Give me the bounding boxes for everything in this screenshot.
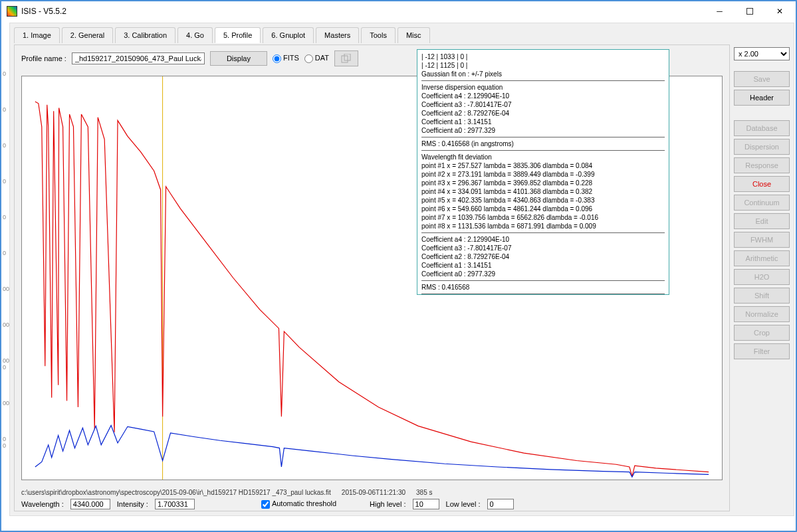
tab-5profile[interactable]: 5. Profile: [215, 27, 261, 43]
normalize-button[interactable]: Normalize: [734, 306, 790, 322]
continuum-button[interactable]: Continuum: [734, 195, 790, 211]
tab-masters[interactable]: Masters: [316, 27, 359, 43]
close-button[interactable]: Close: [734, 176, 790, 192]
tab-2general[interactable]: 2. General: [62, 27, 113, 43]
status-path: c:\users\spirit\dropbox\astronomy\spectr…: [21, 489, 331, 496]
log-overlay[interactable]: | -12 | 1033 | 0 || -12 | 1125 | 0 |Gaus…: [417, 49, 669, 295]
response-button[interactable]: Response: [734, 157, 790, 173]
status-row: c:\users\spirit\dropbox\astronomy\spectr…: [21, 489, 723, 496]
tab-6gnuplot[interactable]: 6. Gnuplot: [263, 27, 314, 43]
save-button[interactable]: Save: [734, 71, 790, 87]
intensity-label: Intensity :: [117, 500, 148, 508]
low-level-input[interactable]: [487, 499, 514, 509]
ruler-gutter: 000000000000 0000 0: [3, 41, 9, 504]
high-level-label: High level :: [370, 500, 405, 508]
titlebar: ISIS - V5.5.2 ─ ✕: [1, 1, 796, 21]
auto-threshold-checkbox[interactable]: Automatic threshold: [261, 499, 336, 509]
fits-radio[interactable]: FITS: [273, 54, 299, 63]
bottom-row: Wavelength : Intensity : Automatic thres…: [21, 499, 723, 509]
zoom-select[interactable]: x 2.00: [734, 47, 790, 60]
app-icon: [7, 6, 17, 17]
database-button[interactable]: Database: [734, 120, 790, 136]
profile-name-input[interactable]: [72, 52, 205, 64]
maximize-button[interactable]: [735, 2, 764, 21]
tab-3calibration[interactable]: 3. Calibration: [115, 27, 175, 43]
dat-radio[interactable]: DAT: [304, 54, 329, 63]
shift-button[interactable]: Shift: [734, 288, 790, 304]
window-title: ISIS - V5.5.2: [21, 7, 705, 16]
profile-name-label: Profile name :: [21, 54, 66, 62]
copy-icon-button[interactable]: [334, 50, 358, 66]
tab-bar: 1. Image2. General3. Calibration4. Go5. …: [10, 23, 794, 43]
edit-button[interactable]: Edit: [734, 213, 790, 229]
tab-tools[interactable]: Tools: [361, 27, 396, 43]
intensity-input[interactable]: [155, 499, 195, 509]
minimize-button[interactable]: ─: [705, 2, 735, 21]
tab-4go[interactable]: 4. Go: [177, 27, 213, 43]
status-exposure: 385 s: [416, 489, 432, 496]
tab-misc[interactable]: Misc: [398, 27, 430, 43]
profile-panel: Profile name : Display FITS DAT | -12 | …: [14, 44, 730, 511]
tab-1image[interactable]: 1. Image: [14, 27, 60, 43]
high-level-input[interactable]: [413, 499, 439, 509]
header-button[interactable]: Header: [734, 90, 790, 106]
fwhm-button[interactable]: FWHM: [734, 232, 790, 248]
crop-button[interactable]: Crop: [734, 325, 790, 341]
close-button[interactable]: ✕: [764, 2, 794, 21]
low-level-label: Low level :: [446, 500, 481, 508]
wavelength-input[interactable]: [70, 499, 110, 509]
wavelength-label: Wavelength :: [21, 500, 64, 508]
display-button[interactable]: Display: [210, 51, 267, 66]
h2o-button[interactable]: H2O: [734, 269, 790, 285]
side-toolbar: x 2.00 SaveHeaderDatabaseDispersionRespo…: [734, 47, 790, 359]
arithmetic-button[interactable]: Arithmetic: [734, 250, 790, 266]
dispersion-button[interactable]: Dispersion: [734, 139, 790, 155]
status-time: 2015-09-06T11:21:30: [342, 489, 405, 496]
copy-icon: [341, 54, 352, 63]
filter-button[interactable]: Filter: [734, 343, 790, 359]
